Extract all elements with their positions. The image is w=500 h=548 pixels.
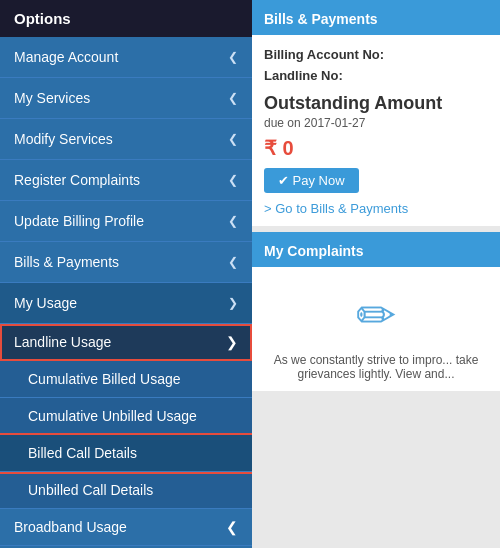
chevron-icon: ❮ — [228, 91, 238, 105]
bills-payments-card: Bills & Payments Billing Account No: Lan… — [252, 0, 500, 226]
my-complaints-header: My Complaints — [252, 235, 500, 267]
sidebar-item-register-complaints[interactable]: Register Complaints ❮ — [0, 160, 252, 201]
sidebar-item-billed-call-details[interactable]: Billed Call Details — [0, 435, 252, 472]
sidebar-item-label: Bills & Payments — [14, 254, 119, 270]
pencil-icon: ✏ — [264, 277, 488, 349]
sidebar-title: Options — [14, 10, 71, 27]
sidebar-item-label: Register Complaints — [14, 172, 140, 188]
my-usage-submenu: Landline Usage ❯ Cumulative Billed Usage… — [0, 324, 252, 546]
due-date: due on 2017-01-27 — [264, 116, 488, 130]
chevron-icon: ❮ — [228, 173, 238, 187]
sub-item-label: Cumulative Billed Usage — [28, 371, 181, 387]
chevron-icon: ❮ — [228, 132, 238, 146]
sidebar-item-update-billing[interactable]: Update Billing Profile ❮ — [0, 201, 252, 242]
amount-value: ₹ 0 — [264, 136, 488, 160]
pay-now-label: ✔ Pay Now — [278, 173, 345, 188]
go-to-bills-link[interactable]: > Go to Bills & Payments — [264, 201, 488, 216]
sidebar-header: Options — [0, 0, 252, 37]
chevron-icon: ❮ — [226, 519, 238, 535]
sidebar-item-cumulative-unbilled[interactable]: Cumulative Unbilled Usage — [0, 398, 252, 435]
sub-item-label: Cumulative Unbilled Usage — [28, 408, 197, 424]
sidebar-item-cumulative-billed[interactable]: Cumulative Billed Usage — [0, 361, 252, 398]
sidebar-item-label: My Services — [14, 90, 90, 106]
sidebar-item-broadband-usage[interactable]: Broadband Usage ❮ — [0, 509, 252, 546]
sidebar-item-bills-payments[interactable]: Bills & Payments ❮ — [0, 242, 252, 283]
pay-now-button[interactable]: ✔ Pay Now — [264, 168, 359, 193]
sidebar-item-label: Manage Account — [14, 49, 118, 65]
chevron-down-icon: ❯ — [226, 334, 238, 350]
my-complaints-title: My Complaints — [264, 243, 364, 259]
sidebar-item-my-usage[interactable]: My Usage ❯ — [0, 283, 252, 324]
sidebar-item-unbilled-call-details[interactable]: Unbilled Call Details — [0, 472, 252, 509]
my-complaints-body: ✏ As we constantly strive to impro... ta… — [252, 267, 500, 391]
broadband-label: Broadband Usage — [14, 519, 127, 535]
sidebar-item-my-services[interactable]: My Services ❮ — [0, 78, 252, 119]
sidebar-item-label: Update Billing Profile — [14, 213, 144, 229]
main-content: Bills & Payments Billing Account No: Lan… — [252, 0, 500, 548]
landline-label: Landline No: — [264, 66, 488, 87]
chevron-down-icon: ❯ — [228, 296, 238, 310]
sidebar-item-manage-account[interactable]: Manage Account ❮ — [0, 37, 252, 78]
landline-usage-label: Landline Usage — [14, 334, 111, 350]
complaints-body-text: As we constantly strive to impro... take… — [264, 353, 488, 381]
sub-item-label: Billed Call Details — [28, 445, 137, 461]
sidebar: Options Manage Account ❮ My Services ❮ M… — [0, 0, 252, 548]
billing-account-label: Billing Account No: — [264, 45, 488, 66]
chevron-icon: ❮ — [228, 255, 238, 269]
chevron-icon: ❮ — [228, 50, 238, 64]
bills-payments-header: Bills & Payments — [252, 3, 500, 35]
sidebar-item-label: My Usage — [14, 295, 77, 311]
sidebar-item-modify-services[interactable]: Modify Services ❮ — [0, 119, 252, 160]
bills-payments-body: Billing Account No: Landline No: Outstan… — [252, 35, 500, 226]
sidebar-item-landline-usage[interactable]: Landline Usage ❯ — [0, 324, 252, 361]
outstanding-amount-label: Outstanding Amount — [264, 93, 488, 114]
bills-payments-title: Bills & Payments — [264, 11, 378, 27]
sidebar-item-label: Modify Services — [14, 131, 113, 147]
my-complaints-card: My Complaints ✏ As we constantly strive … — [252, 232, 500, 391]
sub-item-label: Unbilled Call Details — [28, 482, 153, 498]
chevron-icon: ❮ — [228, 214, 238, 228]
